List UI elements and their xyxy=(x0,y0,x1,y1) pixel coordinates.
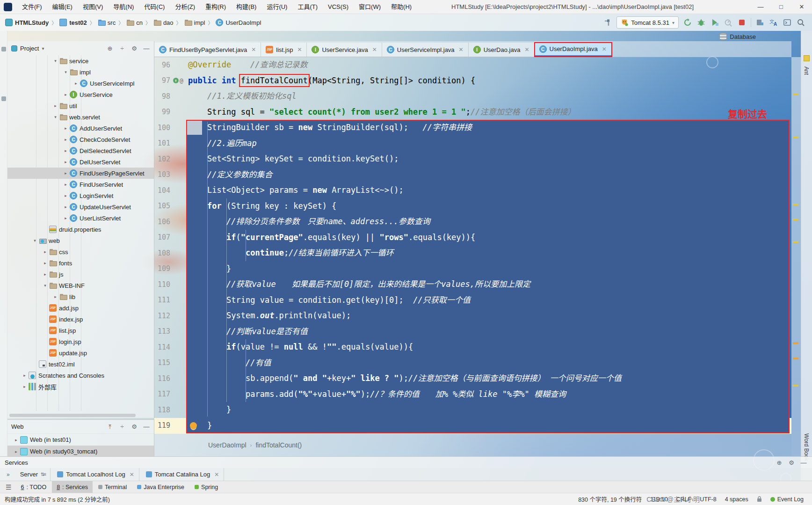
arrow-expanded-icon[interactable]: ▾ xyxy=(41,283,49,288)
tab-userservice-java[interactable]: IUserService.java✕ xyxy=(307,43,382,57)
arrow-collapsed-icon[interactable]: ▸ xyxy=(62,193,70,198)
tree-item-checkcodeservlet[interactable]: ▸CCheckCodeServlet xyxy=(7,134,154,145)
arrow-collapsed-icon[interactable]: ▸ xyxy=(62,171,70,176)
tree-item-list-jsp[interactable]: JSPlist.jsp xyxy=(7,325,154,336)
menu-item-u[interactable]: 运行(U) xyxy=(261,0,292,14)
tree-item-index-jsp[interactable]: JSPindex.jsp xyxy=(7,314,154,325)
arrow-collapsed-icon[interactable]: ▸ xyxy=(12,449,20,454)
tree-item-add-jsp[interactable]: JSPadd.jsp xyxy=(7,302,154,314)
menu-item-vcss[interactable]: VCS(S) xyxy=(323,0,354,14)
services-panel-title[interactable]: Services xyxy=(5,459,28,466)
tab-close-icon[interactable]: ✕ xyxy=(214,471,219,478)
tree-item-util[interactable]: ▸util xyxy=(7,100,154,111)
collapse-all-icon[interactable]: ÷ xyxy=(118,44,126,52)
ant-tool-button[interactable]: Ant xyxy=(803,66,810,75)
menu-item-c[interactable]: 代码(C) xyxy=(139,0,170,14)
minimize-button[interactable]: — xyxy=(750,0,771,14)
expand-all-icon[interactable]: ⤒ xyxy=(106,423,114,431)
arrow-collapsed-icon[interactable]: ▸ xyxy=(62,160,70,164)
tree-item-web-servlet[interactable]: ▾web.servlet xyxy=(7,111,154,123)
sort-icons[interactable]: ⇅≡ xyxy=(41,472,45,477)
tree-item-adduserservlet[interactable]: ▸CAddUserServlet xyxy=(7,123,154,134)
arrow-collapsed-icon[interactable]: ▸ xyxy=(41,261,49,265)
locate-icon[interactable]: ⊕ xyxy=(776,459,783,466)
web-panel-title[interactable]: Web xyxy=(11,423,24,430)
arrow-collapsed-icon[interactable]: ▸ xyxy=(62,205,70,209)
tree-item-update-jsp[interactable]: JSPupdate.jsp xyxy=(7,347,154,359)
tree-item-deluserservlet[interactable]: ▸CDelUserServlet xyxy=(7,156,154,168)
indent-setting[interactable]: 4 spaces xyxy=(725,496,748,503)
tree-item-js[interactable]: ▸js xyxy=(7,269,154,280)
services-tab-tomcat-catalina-log[interactable]: Tomcat Catalina Log✕ xyxy=(141,468,225,481)
tool-window-button-terminal[interactable]: Terminal xyxy=(94,481,131,493)
arrow-collapsed-icon[interactable]: ▸ xyxy=(51,294,59,299)
code-line-98[interactable]: 98//1.定义模板初始化sql xyxy=(154,88,791,104)
tree-item-finduserbypageservlet[interactable]: ▸CFindUserByPageServlet xyxy=(7,168,154,179)
chevrons-icon[interactable]: » xyxy=(3,471,14,478)
menu-item-e[interactable]: 编辑(E) xyxy=(47,0,78,14)
arrow-collapsed-icon[interactable]: ▸ xyxy=(62,137,70,142)
intention-bulb-icon[interactable] xyxy=(190,422,197,429)
tree-item-service[interactable]: ▾service xyxy=(7,55,154,66)
tab-userdao-java[interactable]: IUserDao.java✕ xyxy=(469,43,535,57)
search-everywhere-icon[interactable] xyxy=(796,18,805,27)
tab-close-icon[interactable]: ✕ xyxy=(372,46,377,53)
tab-finduserbypageservlet-java[interactable]: CFindUserByPageServlet.java✕ xyxy=(154,43,261,57)
tab-close-icon[interactable]: ✕ xyxy=(524,46,529,53)
arrow-expanded-icon[interactable]: ▾ xyxy=(62,70,70,74)
hide-panel-icon[interactable]: — xyxy=(143,44,150,52)
collapse-all-icon[interactable]: ÷ xyxy=(118,423,126,431)
menu-item-v[interactable]: 视图(V) xyxy=(78,0,108,14)
tool-stripe-icon[interactable] xyxy=(1,47,6,51)
run-coverage-icon[interactable] xyxy=(710,18,719,27)
menu-item-r[interactable]: 重构(R) xyxy=(200,0,231,14)
debug-icon[interactable] xyxy=(696,18,706,27)
tool-window-button-6-todo[interactable]: 6: TODO xyxy=(16,481,51,493)
error-stripe[interactable] xyxy=(791,57,801,456)
arrow-collapsed-icon[interactable]: ▸ xyxy=(62,216,70,220)
menu-item-f[interactable]: 文件(F) xyxy=(17,0,47,14)
tree-item-userservice[interactable]: ▸IUserService xyxy=(7,89,154,100)
code-line-97[interactable]: 97↑@public int findTotalCount(Map<String… xyxy=(154,73,791,89)
editor-breadcrumb-0[interactable]: UserDaoImpl xyxy=(208,441,246,449)
tab-close-icon[interactable]: ✕ xyxy=(297,46,302,53)
tool-window-button-java-enterprise[interactable]: Java Enterprise xyxy=(132,481,189,493)
tree-item-userlistservlet[interactable]: ▸CUserListServlet xyxy=(7,212,154,224)
inspection-status-square[interactable] xyxy=(804,55,810,61)
tree-item-web-inf[interactable]: ▾WEB-INF xyxy=(7,280,154,291)
editor-breadcrumb-1[interactable]: findTotalCount() xyxy=(255,441,302,449)
lock-icon[interactable] xyxy=(757,496,762,502)
arrow-expanded-icon[interactable]: ▾ xyxy=(51,59,59,63)
menu-item-w[interactable]: 窗口(W) xyxy=(354,0,386,14)
arrow-collapsed-icon[interactable]: ▸ xyxy=(62,126,70,131)
tree-item-scratches-and-consoles[interactable]: ▸Scratches and Consoles xyxy=(7,370,154,381)
arrow-collapsed-icon[interactable]: ▸ xyxy=(21,373,29,378)
menu-item-h[interactable]: 帮助(H) xyxy=(386,0,417,14)
database-tool-button[interactable]: Database xyxy=(719,32,756,41)
arrow-collapsed-icon[interactable]: ▸ xyxy=(51,103,59,108)
breadcrumb-item-htmlstudy[interactable]: HTMLStudy xyxy=(4,18,50,27)
breadcrumb-item-impl[interactable]: impl xyxy=(183,18,207,27)
tree-item-updateuserservlet[interactable]: ▸CUpdateUserServlet xyxy=(7,201,154,212)
tree-item-外部库[interactable]: ▸外部库 xyxy=(7,381,154,392)
tree-item-web[interactable]: ▾web xyxy=(7,235,154,246)
code-line-96[interactable]: 96@Override //查询总记录数 xyxy=(154,57,791,73)
tree-item-fonts[interactable]: ▸fonts xyxy=(7,257,154,269)
arrow-collapsed-icon[interactable]: ▸ xyxy=(41,249,49,254)
menu-item-z[interactable]: 分析(Z) xyxy=(170,0,200,14)
stop-icon[interactable] xyxy=(737,18,747,27)
menu-item-b[interactable]: 构建(B) xyxy=(231,0,261,14)
menu-item-t[interactable]: 工具(T) xyxy=(292,0,323,14)
layout-windows-icon[interactable] xyxy=(755,18,765,27)
services-tab-tomcat-localhost-log[interactable]: Tomcat Localhost Log✕ xyxy=(52,468,139,481)
breadcrumb-item-src[interactable]: src xyxy=(96,18,117,27)
rerun-icon[interactable] xyxy=(683,18,692,27)
breadcrumb-item-dao[interactable]: dao xyxy=(152,18,175,27)
tree-item-delselectedservlet[interactable]: ▸CDelSelectedServlet xyxy=(7,145,154,156)
tree-item-impl[interactable]: ▾impl xyxy=(7,66,154,78)
arrow-expanded-icon[interactable]: ▾ xyxy=(31,238,39,243)
tree-item-loginservlet[interactable]: ▸CLoginServlet xyxy=(7,190,154,201)
run-config-selector[interactable]: Tomcat 8.5.31 ▾ xyxy=(616,16,679,29)
arrow-collapsed-icon[interactable]: ▸ xyxy=(41,272,49,277)
console-icon[interactable] xyxy=(783,18,792,27)
